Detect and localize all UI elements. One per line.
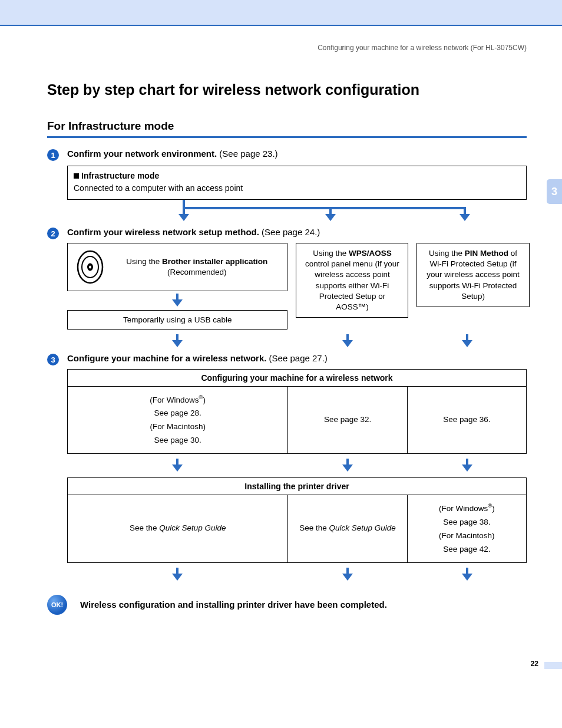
chapter-tab: 3: [547, 179, 562, 204]
driver-cell-1: See the Quick Setup Guide: [68, 495, 287, 562]
step-1-ref: (See page 23.): [217, 149, 277, 159]
arrow-icon: [172, 294, 183, 308]
step-1: 1 Confirm your network environment. (See…: [47, 149, 527, 161]
arrow-icon: [342, 568, 353, 582]
arrow-icon: [342, 459, 353, 473]
top-accent-band: [0, 0, 562, 26]
config-cell-3: See page 36.: [407, 387, 526, 453]
driver-cell-3: (For Windows®) See page 38. (For Macinto…: [407, 495, 526, 562]
method-b-pre: Using the: [313, 249, 349, 258]
step-3-ref: (See page 27.): [266, 353, 327, 363]
arrow-icon: [172, 568, 183, 582]
arrow-row: [67, 565, 527, 584]
driver-cell-2: See the Quick Setup Guide: [287, 495, 406, 562]
step-2: 2 Confirm your wireless network setup me…: [47, 227, 527, 239]
step-2-bold: Confirm your wireless network setup meth…: [67, 227, 259, 237]
step-number-3: 3: [47, 354, 59, 365]
infra-box-desc: Connected to a computer with an access p…: [74, 182, 520, 195]
page-title: Step by step chart for wireless network …: [47, 81, 527, 98]
running-header: Configuring your machine for a wireless …: [47, 44, 527, 52]
usb-temp-box: Temporarily using a USB cable: [67, 310, 287, 330]
arrow-icon: [462, 568, 472, 582]
arrow-icon: [172, 459, 183, 473]
page-number: 22: [531, 660, 538, 668]
config-table: Configuring your machine for a wireless …: [67, 369, 527, 454]
infrastructure-box: Infrastructure mode Connected to a compu…: [67, 166, 527, 200]
method-a-pre: Using the: [126, 257, 162, 266]
arrow-icon: [342, 334, 353, 348]
method-pin: Using the PIN Method of Wi-Fi Protected …: [416, 243, 529, 307]
step-3-bold: Configure your machine for a wireless ne…: [67, 353, 266, 363]
infra-box-title: Infrastructure mode: [74, 170, 520, 182]
step-number-1: 1: [47, 149, 59, 161]
arrow-icon: [172, 334, 183, 348]
section-rule: [47, 136, 527, 138]
arrow-icon: [462, 459, 472, 473]
method-brother-installer: Using the Brother installer application …: [67, 243, 287, 291]
method-wps-aoss: Using the WPS/AOSS control panel menu (i…: [296, 243, 408, 318]
config-cell-1: (For Windows®) See page 28. (For Macinto…: [68, 387, 287, 453]
flow-split-connector: [87, 200, 507, 227]
step-number-2: 2: [47, 228, 59, 239]
method-b-bold: WPS/AOSS: [349, 249, 392, 258]
method-c-bold: PIN Method: [465, 249, 508, 258]
page-number-accent: [544, 662, 562, 669]
step-3: 3 Configure your machine for a wireless …: [47, 353, 527, 365]
method-c-pre: Using the: [429, 249, 465, 258]
driver-table-header: Installing the printer driver: [68, 478, 526, 495]
step-2-text: Confirm your wireless network setup meth…: [67, 227, 320, 237]
arrow-icon: [462, 334, 472, 348]
method-a-bold: Brother installer application: [162, 257, 267, 266]
completion-text: Wireless configuration and installing pr…: [80, 599, 387, 610]
arrow-row: [67, 456, 527, 475]
ok-badge-icon: OK!: [47, 595, 67, 615]
section-title: For Infrastructure mode: [47, 120, 527, 133]
config-table-header: Configuring your machine for a wireless …: [68, 370, 526, 387]
config-cell-2: See page 32.: [287, 387, 406, 453]
step-2-ref: (See page 24.): [259, 227, 320, 237]
arrow-row: [67, 332, 527, 351]
step-1-bold: Confirm your network environment.: [67, 149, 217, 159]
svg-point-3: [89, 265, 91, 268]
method-columns: Using the Brother installer application …: [67, 243, 527, 330]
driver-table: Installing the printer driver See the Qu…: [67, 477, 527, 562]
completion-row: OK! Wireless configuration and installin…: [47, 595, 527, 615]
method-b-rest: control panel menu (if your wireless acc…: [305, 259, 399, 311]
step-1-text: Confirm your network environment. (See p…: [67, 149, 278, 159]
cd-icon: [74, 248, 107, 286]
step-3-text: Configure your machine for a wireless ne…: [67, 353, 328, 363]
method-a-rec: (Recommended): [167, 268, 227, 276]
